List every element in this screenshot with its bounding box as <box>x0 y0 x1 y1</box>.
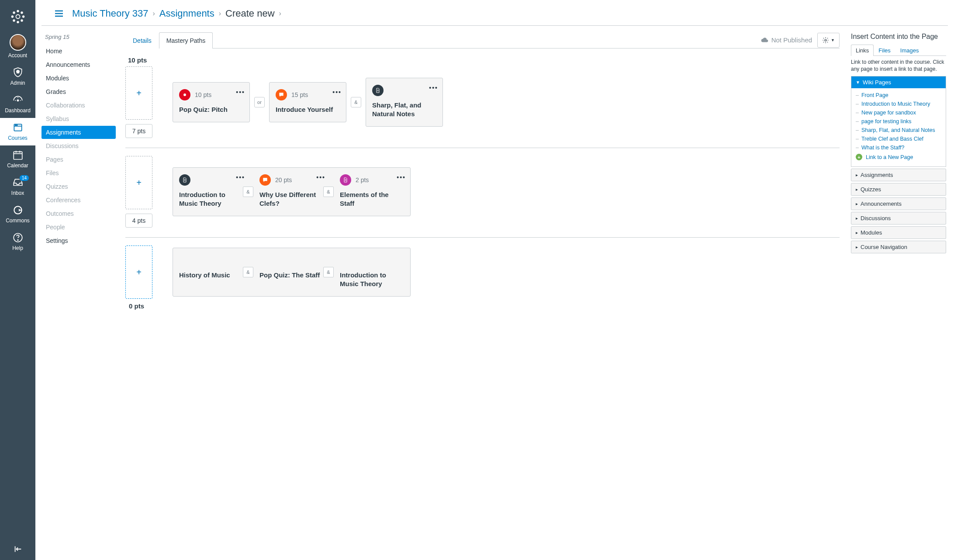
nav-calendar[interactable]: Calendar <box>0 145 35 173</box>
add-item-dropzone[interactable]: + <box>125 66 152 120</box>
nav-commons[interactable]: Commons <box>0 200 35 228</box>
path-connector: & <box>243 267 253 277</box>
mastery-path-card[interactable]: 15 pts•••Introduce Yourself <box>270 83 346 122</box>
settings-button[interactable]: ▼ <box>817 33 840 48</box>
course-nav-item[interactable]: Home <box>41 45 116 58</box>
global-nav: Account Admin Dashboard Courses Calendar… <box>0 0 35 560</box>
score-cutoff-input[interactable]: 7 pts <box>125 124 152 138</box>
svg-point-26 <box>17 240 18 241</box>
caret-right-icon: ▸ <box>856 201 858 206</box>
card-menu-button[interactable]: ••• <box>236 89 245 96</box>
course-nav-item[interactable]: Syllabus <box>41 112 116 125</box>
breadcrumb-section[interactable]: Assignments <box>159 8 214 19</box>
sidebar-section[interactable]: ▸Discussions <box>851 212 946 225</box>
score-range-top: 10 pts <box>128 56 840 64</box>
course-nav-item[interactable]: Discussions <box>41 139 116 152</box>
page-icon <box>179 174 190 186</box>
wiki-page-link[interactable]: –Treble Clef and Bass Clef <box>853 135 944 143</box>
mastery-path-card[interactable]: History of Music <box>173 248 249 297</box>
nav-account[interactable]: Account <box>0 31 35 63</box>
wiki-page-link[interactable]: –New page for sandbox <box>853 108 944 117</box>
course-nav-item[interactable]: Assignments <box>41 126 116 139</box>
breadcrumb-current: Create new <box>225 8 275 19</box>
wiki-page-label: Sharp, Flat, and Natural Notes <box>861 127 935 133</box>
canvas-logo-icon[interactable] <box>10 9 26 24</box>
card-menu-button[interactable]: ••• <box>397 174 406 181</box>
sidebar-tab-links[interactable]: Links <box>851 45 874 56</box>
svg-point-0 <box>16 15 20 19</box>
sidebar-tab-images[interactable]: Images <box>895 45 924 56</box>
course-nav-item[interactable]: Settings <box>41 234 116 247</box>
dash-icon: – <box>856 110 859 116</box>
section-label: Discussions <box>861 215 891 221</box>
sidebar-section[interactable]: ▸Assignments <box>851 169 946 181</box>
card-points: 20 pts <box>275 176 292 183</box>
course-nav-item[interactable]: Announcements <box>41 58 116 71</box>
sidebar-section[interactable]: ▸Course Navigation <box>851 241 946 253</box>
mastery-path-card[interactable]: Pop Quiz: The Staff <box>253 248 330 297</box>
course-nav-item[interactable]: Conferences <box>41 194 116 207</box>
svg-point-1 <box>17 10 19 12</box>
sidebar-section[interactable]: ▸Announcements <box>851 197 946 210</box>
mastery-path-card[interactable]: 10 pts•••Pop Quiz: Pitch <box>173 83 249 122</box>
card-menu-button[interactable]: ••• <box>316 174 325 181</box>
add-item-dropzone[interactable]: + <box>125 245 152 299</box>
page-icon <box>372 85 384 96</box>
svg-point-2 <box>17 21 19 23</box>
card-menu-button[interactable]: ••• <box>236 174 245 181</box>
nav-admin[interactable]: Admin <box>0 63 35 90</box>
course-nav-item[interactable]: Quizzes <box>41 180 116 193</box>
caret-down-icon: ▼ <box>856 80 860 85</box>
wiki-page-link[interactable]: –page for testing links <box>853 117 944 126</box>
course-nav-item[interactable]: Modules <box>41 72 116 85</box>
commons-icon <box>12 204 24 216</box>
course-nav-item[interactable]: Collaborations <box>41 99 116 112</box>
mastery-path-card[interactable]: Introduction to Music Theory <box>334 248 410 297</box>
nav-dashboard[interactable]: Dashboard <box>0 90 35 118</box>
nav-courses[interactable]: Courses <box>0 118 35 145</box>
score-cutoff-input[interactable]: 4 pts <box>125 214 152 228</box>
link-new-page[interactable]: +Link to a New Page <box>853 152 944 162</box>
collapse-nav-button[interactable] <box>13 538 23 560</box>
course-nav-item[interactable]: Outcomes <box>41 207 116 220</box>
hamburger-icon[interactable] <box>54 8 64 19</box>
page-icon <box>340 174 351 186</box>
mastery-path-card[interactable]: 20 pts•••Why Use Different Clefs? <box>253 168 330 216</box>
quiz-icon <box>179 89 190 100</box>
mastery-path-card[interactable]: 2 pts•••Elements of the Staff <box>334 168 410 216</box>
sidebar-section[interactable]: ▸Quizzes <box>851 183 946 196</box>
course-nav-item[interactable]: Files <box>41 166 116 180</box>
new-page-label: Link to a New Page <box>866 154 913 160</box>
nav-help[interactable]: Help <box>0 228 35 256</box>
path-connector[interactable]: or <box>254 97 265 107</box>
card-title: Introduction to Music Theory <box>179 190 243 208</box>
path-connector[interactable]: & <box>351 97 361 107</box>
wiki-page-link[interactable]: –Front Page <box>853 91 944 100</box>
card-menu-button[interactable]: ••• <box>429 84 438 91</box>
wiki-page-link[interactable]: –Sharp, Flat, and Natural Notes <box>853 126 944 135</box>
sidebar-section[interactable]: ▸Modules <box>851 226 946 239</box>
add-item-dropzone[interactable]: + <box>125 156 152 209</box>
nav-inbox[interactable]: 14 Inbox <box>0 173 35 200</box>
mastery-path-card[interactable]: •••Introduction to Music Theory <box>173 168 249 216</box>
wiki-pages-header[interactable]: ▼ Wiki Pages <box>851 76 946 88</box>
tab-details[interactable]: Details <box>125 32 159 48</box>
course-nav-item[interactable]: Grades <box>41 85 116 98</box>
nav-label: Commons <box>6 218 30 224</box>
topbar: Music Theory 337 › Assignments › Create … <box>41 0 948 26</box>
card-title: Pop Quiz: Pitch <box>179 105 243 114</box>
shield-icon <box>12 66 24 79</box>
mastery-path-card[interactable]: •••Sharp, Flat, and Natural Notes <box>366 78 442 127</box>
breadcrumb-course[interactable]: Music Theory 337 <box>72 8 148 19</box>
card-title: Elements of the Staff <box>340 190 404 208</box>
wiki-page-label: Front Page <box>861 92 888 98</box>
course-nav-item[interactable]: People <box>41 221 116 234</box>
tab-mastery-paths[interactable]: Mastery Paths <box>159 32 213 48</box>
score-range-bottom: 0 pts <box>129 302 840 310</box>
wiki-page-link[interactable]: –Introduction to Music Theory <box>853 100 944 108</box>
card-menu-button[interactable]: ••• <box>332 89 342 96</box>
nav-label: Inbox <box>11 190 24 196</box>
sidebar-tab-files[interactable]: Files <box>874 45 895 56</box>
course-nav-item[interactable]: Pages <box>41 153 116 166</box>
wiki-page-link[interactable]: –What is the Staff? <box>853 143 944 152</box>
